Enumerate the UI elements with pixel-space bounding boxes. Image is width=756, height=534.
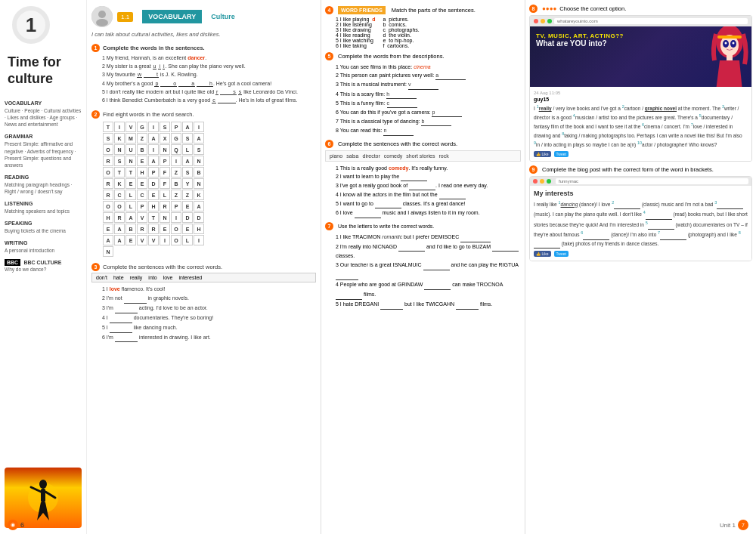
ws-cell-3-3: I: [171, 156, 181, 166]
exercise-6-content: 1 This is a really good comedy. It's rea…: [336, 164, 521, 218]
interests-tweet-button[interactable]: Tweet: [554, 251, 569, 257]
browser-close-dot: [534, 19, 538, 23]
svg-point-14: [733, 42, 735, 45]
ws-cell-5-6: L: [125, 190, 136, 200]
svg-point-8: [96, 19, 108, 26]
ws-cell-4-3: S: [182, 167, 193, 177]
like-button[interactable]: 👍 Like: [534, 151, 551, 157]
ws-cell-5-3: N: [194, 178, 204, 189]
ws-cell-5-8: E: [148, 190, 159, 200]
ws-cell-8-9: H: [194, 224, 204, 234]
ws-cell-1-2: Z: [137, 133, 147, 144]
ws-cell-2-8: S: [114, 156, 125, 166]
browser-bar: whatareyouinto.com: [530, 16, 751, 26]
ws-cell-8-7: O: [171, 224, 181, 234]
tweet-button[interactable]: Tweet: [554, 151, 569, 157]
ws-cell-9-6: O: [171, 235, 181, 245]
ws-cell-0-2: V: [125, 122, 136, 132]
exercise-8-number: 8: [529, 5, 538, 13]
blog-title-subtitle: What are YOU into?: [536, 39, 700, 48]
ws-cell-3-4: A: [182, 156, 193, 166]
page-icon-left: ◉: [8, 520, 18, 530]
blog-header: TV, MUSIC, ART, ACTING?? What are YOU in…: [530, 26, 751, 87]
ws-cell-9-3: V: [137, 235, 147, 245]
page-header: 1.1 VOCABULARY Culture: [91, 6, 316, 27]
vocabulary-tab: VOCABULARY: [142, 10, 202, 23]
ws-cell-6-0: Z: [171, 190, 181, 200]
unit-title: Time for culture: [5, 54, 82, 87]
blog-title-area: TV, MUSIC, ART, ACTING?? What are YOU in…: [536, 32, 700, 48]
exercise-5-number: 5: [325, 52, 333, 60]
middle-right-column: 4 WORD FRIENDS Match the parts of the se…: [321, 0, 525, 534]
exercise-2-instruction: 2 Find eight words in the word search.: [91, 110, 316, 119]
ws-cell-3-5: N: [194, 156, 204, 166]
ws-cell-2-0: U: [125, 144, 136, 155]
ws-cell-7-0: E: [182, 201, 193, 211]
ws-cell-8-3: B: [125, 224, 136, 234]
writing-section-title: WRITING: [5, 240, 82, 245]
ws-cell-8-2: A: [114, 224, 125, 234]
ex7-line3: 3 Our teacher is a great ISNALMUIC and h…: [336, 261, 521, 280]
reading-section-content: Matching paragraph headings · Right / wr…: [5, 181, 82, 195]
unit-number: 1: [12, 6, 50, 44]
ws-cell-6-5: L: [125, 201, 136, 211]
bottom-image: [5, 468, 82, 528]
ex1-line4: 4 My brother's a good p o a h. He's got …: [102, 79, 316, 88]
ws-cell-9-5: I: [160, 235, 170, 245]
blog-actions: 👍 Like Tweet: [534, 151, 748, 157]
ws-cell-2-3: N: [160, 144, 170, 155]
ws-cell-0-0: T: [103, 122, 113, 132]
svg-marker-16: [716, 60, 742, 87]
ws-cell-6-1: Z: [182, 190, 193, 200]
ex1-line2: 2 My sister is a great u i i. She can pl…: [102, 62, 316, 70]
interests-like-button[interactable]: 👍 Like: [534, 251, 551, 257]
bbc-culture-content: Why do we dance?: [5, 266, 82, 273]
ws-cell-7-9: D: [182, 212, 193, 223]
ws-cell-0-3: G: [137, 122, 147, 132]
ws-cell-9-2: E: [125, 235, 136, 245]
exercise-9-number: 9: [529, 165, 538, 174]
browser-max-dot: [547, 19, 552, 23]
ws-cell-0-9: S: [103, 133, 113, 144]
exercise-1-instruction: 1 Complete the words in the sentences.: [91, 44, 316, 52]
ws-cell-6-8: R: [160, 201, 170, 211]
ws-cell-3-8: T: [125, 167, 136, 177]
ws-cell-7-8: I: [171, 212, 181, 223]
word-search-grid: TIVGISPAISKMZAXGSAONUBINQLSRSNEAPIANOTTH…: [103, 122, 316, 257]
ws-cell-5-5: C: [114, 190, 125, 200]
ws-cell-0-5: S: [160, 122, 170, 132]
ws-cell-5-1: B: [171, 178, 181, 189]
exercise-4-number: 4: [325, 6, 333, 14]
ws-cell-4-6: K: [114, 178, 125, 189]
ws-cell-1-9: N: [114, 144, 125, 155]
exercise-4-header: 4 WORD FRIENDS Match the parts of the se…: [325, 6, 521, 14]
exercise-5-content: 1 You can see films in this place: cinem…: [336, 63, 521, 136]
ws-cell-3-6: O: [103, 167, 113, 177]
unit-label: 1.1: [117, 12, 133, 22]
ws-cell-3-7: T: [114, 167, 125, 177]
ws-cell-2-4: Q: [171, 144, 181, 155]
ex1-line5: 5 I don't really like modern art but I q…: [102, 88, 316, 96]
ws-cell-2-6: S: [194, 144, 204, 155]
exercise-6-header: 6 Complete the sentences with the correc…: [325, 140, 521, 148]
interests-title: My interests: [534, 190, 748, 197]
ex7-line1: 1 I like TRACIMON romantic but I prefer …: [336, 233, 521, 242]
ws-cell-3-9: H: [137, 167, 147, 177]
page-icon-right: 7: [738, 520, 748, 530]
ws-cell-1-5: G: [171, 133, 181, 144]
exercise-6-number: 6: [325, 140, 333, 148]
exercise-2: 2 Find eight words in the word search. T…: [91, 110, 316, 257]
vocabulary-section-content: Culture · People · Cultural activities ·…: [5, 107, 82, 128]
ws-cell-4-2: Z: [171, 167, 181, 177]
ws-cell-5-0: F: [160, 178, 170, 189]
ex3-line3: 3 I'm acting. I'd love to be an actor.: [102, 304, 316, 313]
ws-cell-0-1: I: [114, 122, 125, 132]
bbc-culture-title: BBC CULTURE: [23, 260, 61, 265]
exercise-4-left: 1 I like playing d 2 I like listening 3 …: [336, 17, 376, 48]
page-number-left: ◉ 6: [8, 520, 24, 530]
interests-url: funnymac: [556, 178, 748, 184]
svg-point-13: [725, 42, 727, 45]
ex1-line6: 6 I think Benedict Cumberbatch is a very…: [102, 96, 316, 104]
avatar: [91, 6, 113, 27]
interests-content: My interests I really like 1dancing (dan…: [530, 186, 751, 261]
